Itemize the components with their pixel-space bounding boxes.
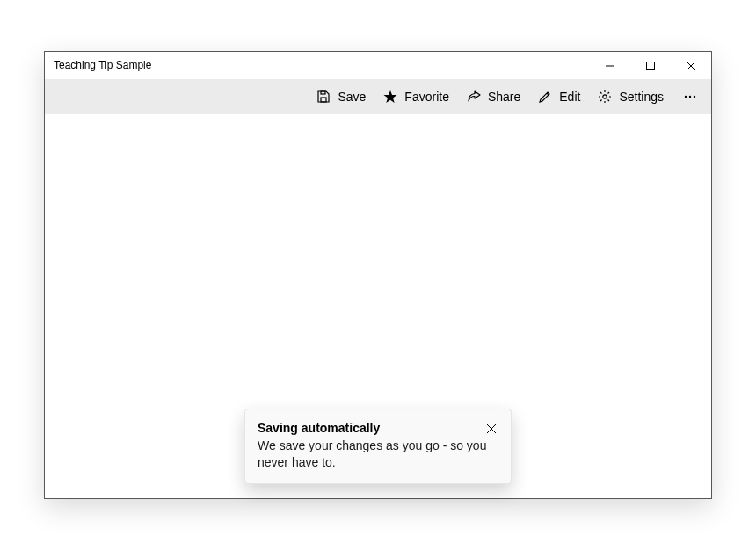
- svg-line-10: [600, 100, 602, 102]
- maximize-button[interactable]: [630, 52, 671, 79]
- more-icon: [683, 90, 697, 104]
- star-icon: [383, 90, 397, 104]
- minimize-icon: [606, 62, 614, 70]
- svg-point-14: [694, 96, 695, 98]
- save-icon: [316, 90, 331, 104]
- close-icon: [687, 62, 695, 70]
- svg-point-13: [689, 96, 691, 98]
- share-icon: [467, 90, 481, 104]
- settings-button[interactable]: Settings: [589, 79, 672, 114]
- gear-icon: [598, 90, 612, 104]
- svg-rect-1: [321, 98, 326, 102]
- more-button[interactable]: [672, 79, 708, 114]
- svg-point-12: [685, 96, 687, 98]
- save-label: Save: [338, 90, 366, 104]
- favorite-button[interactable]: Favorite: [374, 79, 458, 114]
- commandbar: Save Favorite Share Edit Settings: [45, 79, 711, 114]
- save-button[interactable]: Save: [308, 79, 374, 114]
- svg-line-8: [600, 92, 602, 94]
- close-icon: [487, 424, 496, 433]
- svg-line-9: [608, 100, 610, 102]
- favorite-label: Favorite: [404, 90, 449, 104]
- svg-line-11: [608, 92, 610, 94]
- maximize-icon: [646, 62, 655, 70]
- share-button[interactable]: Share: [458, 79, 529, 114]
- titlebar: Teaching Tip Sample: [45, 52, 711, 79]
- teaching-tip: Saving automatically We save your change…: [244, 409, 512, 484]
- teaching-tip-header: Saving automatically: [258, 420, 498, 436]
- edit-icon: [538, 90, 552, 104]
- edit-button[interactable]: Edit: [529, 79, 589, 114]
- content-area: Saving automatically We save your change…: [45, 114, 711, 498]
- svg-rect-0: [647, 62, 655, 69]
- share-label: Share: [488, 90, 520, 104]
- teaching-tip-body: We save your changes as you go - so you …: [258, 438, 498, 471]
- close-button[interactable]: [671, 52, 711, 79]
- svg-rect-2: [321, 91, 325, 94]
- window-controls: [590, 52, 711, 79]
- window-title: Teaching Tip Sample: [54, 52, 151, 79]
- teaching-tip-close-button[interactable]: [484, 422, 498, 436]
- edit-label: Edit: [559, 90, 580, 104]
- teaching-tip-title: Saving automatically: [258, 420, 380, 436]
- app-window: Teaching Tip Sample Save Favorite: [44, 51, 712, 499]
- minimize-button[interactable]: [590, 52, 630, 79]
- svg-point-3: [603, 95, 607, 98]
- settings-label: Settings: [619, 90, 664, 104]
